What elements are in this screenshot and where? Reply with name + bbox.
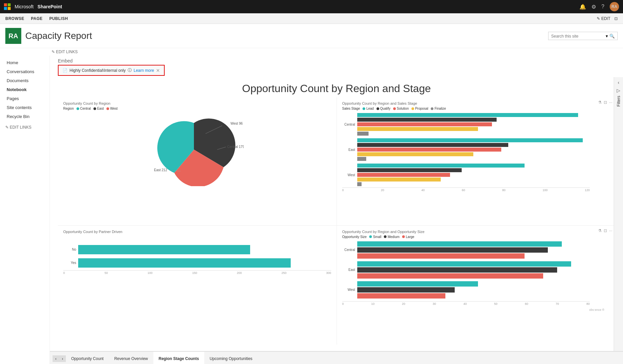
- filter-action-icon[interactable]: ⚗: [598, 100, 602, 105]
- bar-row-east: East: [342, 138, 590, 161]
- tab-opportunity-count[interactable]: Opportunity Count: [66, 352, 109, 364]
- central-bar-label: Central: [342, 123, 357, 126]
- bell-icon[interactable]: 🔔: [579, 4, 586, 10]
- east-lead-bar: [357, 138, 583, 142]
- west-lead-bar: [357, 164, 525, 168]
- learn-more-link[interactable]: Learn more: [134, 68, 154, 73]
- focus-button[interactable]: ⊡: [614, 16, 618, 21]
- tab-region-stage-counts[interactable]: Region Stage Counts: [153, 352, 204, 364]
- tab-revenue-overview[interactable]: Revenue Overview: [109, 352, 153, 364]
- east-small-bar: [357, 261, 571, 267]
- size-west-label: West: [342, 288, 357, 292]
- tab-upcoming-opportunities[interactable]: Upcoming Opportunities: [204, 352, 258, 364]
- search-input[interactable]: [551, 34, 604, 38]
- bar-size-title: Opportunity Count by Region and Opportun…: [342, 230, 610, 234]
- finalize-label: Finalize: [434, 107, 446, 110]
- west-bar-label: West: [342, 173, 357, 177]
- west-proposal-bar: [357, 178, 441, 182]
- bar-partner-chart: No Yes 050100150200250300: [63, 235, 331, 275]
- search-box[interactable]: ▾ 🔍: [548, 32, 618, 40]
- size-central-label: Central: [342, 248, 357, 252]
- central-pie-label: Central 179: [227, 145, 244, 149]
- bar-row-west: West: [342, 164, 590, 186]
- tab-next-button[interactable]: ›: [59, 355, 66, 362]
- expand-size-icon[interactable]: ⊡: [604, 228, 607, 233]
- east-finalize-bar: [357, 157, 367, 161]
- size-east-track: [357, 261, 590, 279]
- central-dot: [77, 107, 79, 110]
- nav-documents[interactable]: Documents: [5, 76, 44, 85]
- nav-recycle-bin[interactable]: Recycle Bin: [5, 112, 44, 121]
- bottom-tabs: ‹ › Opportunity Count Revenue Overview R…: [50, 351, 623, 364]
- tab-prev-button[interactable]: ‹: [53, 355, 59, 362]
- nav-site-contents[interactable]: Site contents: [5, 103, 44, 112]
- nav-page[interactable]: PAGE: [31, 16, 43, 21]
- embed-section: Embed 📄 Highly Confidential\Internal onl…: [50, 56, 623, 77]
- bar-partner-panel: Opportunity Count by Partner Driven No Y…: [58, 225, 337, 345]
- filter-size-icon[interactable]: ⚗: [598, 228, 602, 233]
- brand-label: Microsoft: [15, 4, 34, 9]
- filter-panel: ‹ ▷ Filters: [614, 77, 623, 351]
- site-header: RA Capacity Report ▾ 🔍: [0, 24, 623, 48]
- east-pie-label: East 212: [154, 168, 167, 172]
- edit-links-bar: ✎ EDIT LINKS: [0, 48, 623, 56]
- central-finalize-bar: [357, 132, 369, 136]
- east-label: East: [97, 107, 104, 110]
- nav-browse[interactable]: BROWSE: [5, 16, 24, 21]
- confidential-bar: 📄 Highly Confidential\Internal only ⓘ Le…: [58, 65, 165, 76]
- nav-pages[interactable]: Pages: [5, 94, 44, 103]
- search-dropdown-icon[interactable]: ▾: [606, 34, 608, 39]
- search-submit-icon[interactable]: 🔍: [609, 34, 615, 39]
- gear-icon[interactable]: ⚙: [591, 4, 596, 10]
- size-east-label: East: [342, 268, 357, 272]
- size-axis: 01020304050607080: [342, 301, 590, 305]
- east-medium-bar: [357, 267, 557, 273]
- pie-chart-legend: Region Central East West: [63, 107, 331, 110]
- user-avatar[interactable]: RA: [610, 2, 619, 11]
- bar-partner-title: Opportunity Count by Partner Driven: [63, 230, 331, 234]
- solution-label: Solution: [397, 107, 409, 110]
- top-bar: Microsoft SharePoint 🔔 ⚙ ? RA: [0, 0, 623, 13]
- more-action-icon[interactable]: ···: [609, 100, 612, 105]
- edit-button[interactable]: ✎ EDIT: [597, 16, 610, 21]
- expand-action-icon[interactable]: ⊡: [604, 100, 607, 105]
- nav-home[interactable]: Home: [5, 58, 44, 67]
- yes-bar-track: [78, 258, 331, 268]
- filter-collapse-icon[interactable]: ‹: [618, 80, 619, 85]
- west-qualify-bar: [357, 168, 462, 172]
- nav-publish[interactable]: PUBLISH: [49, 16, 68, 21]
- east-dot: [93, 107, 96, 110]
- content-area: Embed 📄 Highly Confidential\Internal onl…: [50, 56, 623, 364]
- stage-legend-label: Sales Stage: [342, 107, 360, 110]
- bar-row-central: Central: [342, 113, 590, 136]
- edit-links-button[interactable]: ✎ EDIT LINKS: [52, 50, 78, 54]
- west-finalize-bar: [357, 182, 362, 186]
- bar-size-panel: ⚗ ⊡ ··· Opportunity Count by Region and …: [337, 225, 615, 345]
- bar-stage-title: Opportunity Count by Region and Sales St…: [342, 101, 610, 105]
- nav-notebook[interactable]: Notebook: [5, 85, 44, 94]
- east-proposal-bar: [357, 152, 474, 156]
- second-bar: BROWSE PAGE PUBLISH ✎ EDIT ⊡: [0, 13, 623, 24]
- nav-edit-links[interactable]: ✎ EDIT LINKS: [5, 125, 44, 130]
- qualify-label: Qualify: [380, 107, 390, 110]
- size-central-track: [357, 241, 590, 259]
- help-icon[interactable]: ?: [601, 4, 604, 10]
- size-bar-row-central: Central: [342, 241, 590, 259]
- filter-triangle-icon[interactable]: ▷: [617, 88, 620, 93]
- bar-row-no: No: [63, 245, 331, 254]
- nav-conversations[interactable]: Conversations: [5, 67, 44, 76]
- pie-legend-central: Central: [77, 107, 91, 110]
- no-bar: [78, 245, 250, 254]
- close-icon[interactable]: ✕: [156, 68, 160, 73]
- east-qualify-bar: [357, 143, 509, 147]
- confidential-text: Highly Confidential\Internal only: [70, 68, 126, 73]
- central-medium-bar: [357, 247, 548, 253]
- west-small-bar: [357, 281, 478, 287]
- yes-bar-label: Yes: [63, 261, 78, 265]
- more-size-icon[interactable]: ···: [609, 228, 612, 233]
- west-large-bar: [357, 293, 446, 299]
- proposal-label: Proposal: [415, 107, 428, 110]
- small-label: Small: [373, 235, 381, 239]
- filters-label[interactable]: Filters: [616, 96, 621, 107]
- partner-axis: 050100150200250300: [63, 270, 331, 275]
